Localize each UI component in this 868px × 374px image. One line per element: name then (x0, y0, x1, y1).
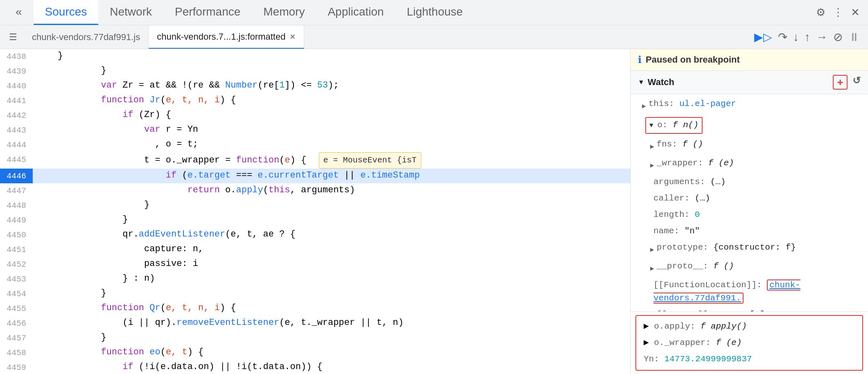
expand-proto-icon[interactable]: ▶ (650, 262, 654, 275)
scope-item-o-apply: ▶ o.apply: f apply() (636, 318, 862, 335)
watch-item-this: ▶ this: ul.el-pager (631, 96, 868, 115)
watch-item-scopes: ▶ [[Scopes]]: Scopes[4] (631, 306, 868, 312)
close-icon[interactable]: ✕ (851, 6, 860, 19)
expand-o-apply-icon[interactable]: ▶ (644, 322, 649, 331)
watch-label: Watch (648, 77, 674, 88)
watch-item-fns: ▶ fns: f () (631, 136, 868, 155)
info-icon: ℹ (638, 54, 642, 65)
expand-wrapper-icon[interactable]: ▶ (650, 159, 654, 172)
resume-icon[interactable]: ▶▷ (754, 30, 772, 44)
deactivate-breakpoints-icon[interactable]: ⊘ (833, 30, 843, 44)
code-line-4458: 4458 function eo(e, t) { (0, 345, 630, 360)
code-line-4456: 4456 (i || qr).removeEventListener(e, t.… (0, 316, 630, 331)
code-line-4441: 4441 function Jr(e, t, n, i) { (0, 93, 630, 108)
code-line-4457: 4457 } (0, 331, 630, 345)
code-line-4439: 4439 } (0, 64, 630, 79)
watch-item-function-location: [[FunctionLocation]]: chunk-vendors.77da… (631, 277, 868, 306)
tab-sources[interactable]: Sources (34, 0, 99, 25)
watch-item-o: ▼ o: f n() (634, 115, 865, 135)
code-line-4453: 4453 } : n) (0, 272, 630, 286)
scope-item-yn: Yn: 14773.24999999837 (636, 351, 862, 367)
code-line-4447: 4447 return o.apply(this, arguments) (0, 183, 630, 198)
code-line-4438: 4438 } (0, 49, 630, 64)
watch-items: ▶ this: ul.el-pager ▼ o: f n() ▶ (631, 94, 868, 312)
file-tab-minified[interactable]: chunk-vendors.77daf991.js (24, 25, 149, 49)
watch-this-value: this: ul.el-pager (649, 97, 736, 110)
code-line-4442: 4442 if (Zr) { (0, 108, 630, 123)
tab-lighthouse[interactable]: Lighthouse (395, 0, 474, 25)
watch-header-icons: + ↺ (833, 75, 861, 90)
right-panel: ℹ Paused on breakpoint ▼ Watch + ↺ ▶ thi… (631, 49, 868, 374)
file-tab-minified-label: chunk-vendors.77daf991.js (32, 32, 140, 43)
file-tab-formatted[interactable]: chunk-vendors.7...1.js:formatted ✕ (149, 25, 304, 49)
watch-item-length: length: 0 (631, 207, 868, 223)
tooltip-mouseevent: e = MouseEvent {isT (319, 152, 421, 169)
code-editor[interactable]: 4438 } 4439 } 4440 var Zr = at && !(re &… (0, 49, 631, 374)
file-tab-close-icon[interactable]: ✕ (289, 32, 296, 41)
code-line-4445: 4445 t = o._wrapper = function(e) { e = … (0, 152, 630, 169)
sidebar-toggle-icon[interactable]: ☰ (2, 32, 24, 43)
code-line-4459: 4459 if (!i(e.data.on) || !i(t.data.on))… (0, 360, 630, 374)
file-tabs-bar: ☰ chunk-vendors.77daf991.js chunk-vendor… (0, 25, 868, 49)
top-tab-bar: « Sources Network Performance Memory App… (0, 0, 868, 25)
code-line-4449: 4449 } (0, 213, 630, 228)
refresh-watch-icon[interactable]: ↺ (852, 75, 861, 90)
scope-item-o-wrapper: ▶ o._wrapper: f (e) (636, 335, 862, 351)
pause-icon[interactable]: ⏸ (848, 30, 860, 44)
code-line-4454: 4454 } (0, 286, 630, 301)
breakpoint-notice: ℹ Paused on breakpoint (631, 49, 868, 71)
watch-item-prototype: ▶ prototype: {constructor: f} (631, 239, 868, 258)
code-line-4451: 4451 capture: n, (0, 242, 630, 257)
expand-this-icon[interactable]: ▶ (642, 100, 646, 113)
expand-fns-icon[interactable]: ▶ (650, 140, 654, 153)
scopes-section: ▶ o.apply: f apply() ▶ o._wrapper: f (e)… (631, 312, 868, 374)
tab-performance[interactable]: Performance (163, 0, 252, 25)
watch-item-caller: caller: (…) (631, 190, 868, 207)
watch-item-arguments: arguments: (…) (631, 174, 868, 190)
watch-header: ▼ Watch + ↺ (631, 71, 868, 94)
tab-application[interactable]: Application (316, 0, 395, 25)
code-line-4450: 4450 qr.addEventListener(e, t, ae ? { (0, 228, 630, 242)
debug-controls: ▶▷ ↷ ↓ ↑ → ⊘ ⏸ (754, 30, 868, 44)
main-content: 4438 } 4439 } 4440 var Zr = at && !(re &… (0, 49, 868, 374)
watch-section: ▼ Watch + ↺ ▶ this: ul.el-pager (631, 71, 868, 312)
step-icon[interactable]: → (816, 31, 827, 44)
code-line-4443: 4443 var r = Yn (0, 123, 630, 137)
step-out-icon[interactable]: ↑ (805, 31, 810, 44)
top-bar-icons: ⚙ ⋮ ✕ (816, 0, 868, 25)
watch-item-proto: ▶ __proto__: f () (631, 258, 868, 277)
code-line-4444: 4444 , o = t; (0, 137, 630, 152)
code-line-4448: 4448 } (0, 198, 630, 213)
breakpoint-message: Paused on breakpoint (646, 54, 740, 65)
watch-collapse-icon[interactable]: ▼ (638, 79, 644, 86)
code-line-4446: 4446 if (e.target === e.currentTarget ||… (0, 169, 630, 183)
settings-icon[interactable]: ⚙ (816, 6, 825, 19)
tab-memory[interactable]: Memory (252, 0, 316, 25)
watch-item-name: name: "n" (631, 223, 868, 239)
code-line-4440: 4440 var Zr = at && !(re && Number(re[1]… (0, 79, 630, 93)
file-tab-formatted-label: chunk-vendors.7...1.js:formatted (157, 32, 285, 42)
code-line-4455: 4455 function Qr(e, t, n, i) { (0, 301, 630, 316)
expand-prototype-icon[interactable]: ▶ (650, 243, 654, 257)
more-icon[interactable]: ⋮ (833, 6, 843, 19)
add-watch-button[interactable]: + (833, 75, 848, 90)
tab-back-arrow[interactable]: « (4, 0, 34, 25)
step-over-icon[interactable]: ↷ (778, 30, 787, 44)
expand-o-wrapper-icon[interactable]: ▶ (644, 338, 649, 347)
expand-o-icon[interactable]: ▼ (649, 122, 657, 129)
watch-item-wrapper: ▶ _wrapper: f (e) (631, 155, 868, 174)
code-line-4452: 4452 passive: i (0, 257, 630, 272)
step-into-icon[interactable]: ↓ (793, 31, 799, 44)
tab-network[interactable]: Network (98, 0, 163, 25)
